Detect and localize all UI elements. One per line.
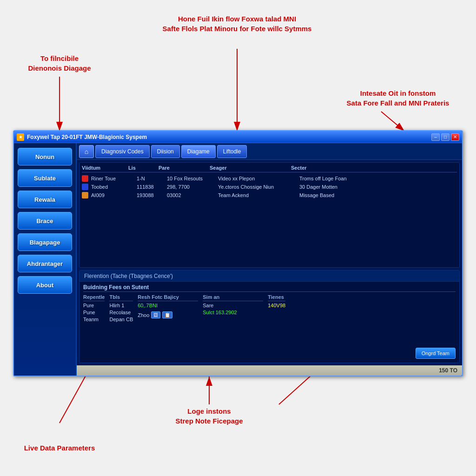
sidebar-btn-sublate[interactable]: Sublate (18, 169, 72, 187)
sidebar-btn-ahdrantager[interactable]: Ahdrantager (18, 255, 72, 272)
icon-image-1: 🖼 (151, 311, 160, 318)
table-header: Viidtum Lis Pare Seager Secter (82, 165, 457, 172)
table-row: Toobed 111838 298, 7700 Ye.ctoros Chossi… (82, 183, 457, 191)
cell-viidtum-1: Riner Toue (90, 176, 137, 181)
bottom-col-5: Tienes 140V98 (268, 294, 285, 322)
data-table-area: Viidtum Lis Pare Seager Secter Riner Tou… (79, 162, 460, 268)
bottom-col-2: Tbls Hlirh 1 Recolase Depan CB (109, 294, 133, 322)
title-bar: ★ Foxywel Tap 20-01FT JMW-Blagionic Sysp… (14, 131, 462, 143)
bottom-section: Flerention (Tache (Tbagnes Cence') Buidn… (79, 270, 460, 363)
cell-pare-1: 10 Fox Resouts (167, 176, 218, 181)
sidebar-btn-rewala[interactable]: Rewala (18, 191, 72, 208)
tab-diagame[interactable]: Diagame (181, 145, 216, 158)
cell-seager-1: Video xx Plepon (218, 176, 299, 181)
cell-teanm: Teanm (83, 317, 105, 322)
tab-diagnosiv-codes[interactable]: Diagnosiv Codes (95, 145, 150, 158)
col-header-resh: Resh Fotc Bajicy (138, 294, 198, 301)
cell-sare: Sare (203, 303, 263, 308)
bottom-grid: Repentle Pure Pune Teanm Tbls Hlirh 1 Re… (83, 294, 456, 322)
col-header-pare: Pare (159, 165, 210, 171)
table-row: AI009 193088 03002 Team Ackend Missage B… (82, 191, 457, 199)
col-header-tbls: Tbls (109, 294, 133, 301)
svg-line-3 (381, 112, 404, 131)
tab-liftodle[interactable]: Liftodle (217, 145, 247, 158)
cell-lis-1: 1-N (137, 176, 167, 181)
cell-sulct: Sulct 163.2902 (203, 310, 263, 315)
right-panel: ⌂ Diagnosiv Codes Diision Diagame Liftod… (77, 143, 462, 376)
zhoo-label: Zhoo (138, 312, 149, 318)
bottom-center-annotation: Loge instons Strep Note Ficepage (139, 406, 279, 426)
status-bar: 150 TO (77, 365, 462, 376)
cell-viidtum-2: Toobed (90, 184, 137, 190)
bottom-col-1: Repentle Pure Pune Teanm (83, 294, 105, 322)
row-icon-1 (82, 175, 88, 182)
sidebar-btn-nonun[interactable]: Nonun (18, 148, 72, 165)
app-window: ★ Foxywel Tap 20-01FT JMW-Blagionic Sysp… (13, 130, 463, 377)
home-button[interactable]: ⌂ (79, 145, 94, 158)
table-row: Riner Toue 1-N 10 Fox Resouts Video xx P… (82, 174, 457, 183)
window-controls: – □ ✕ (431, 133, 459, 141)
cell-hlirh: Hlirh 1 (109, 303, 133, 308)
sidebar-btn-blagapage[interactable]: Blagapage (18, 233, 72, 251)
col-header-siman: Sim an (203, 294, 263, 301)
ongrd-team-button[interactable]: Ongrd Team (416, 348, 456, 359)
cell-seager-2: Ye.ctoros Chossige Niun (218, 184, 299, 190)
col-header-seager: Seager (210, 165, 291, 171)
row-icon-2 (82, 184, 88, 190)
bottom-content: Buidning Fees on Sutent Repentle Pure Pu… (79, 282, 459, 324)
cell-tienes-value: 140V98 (268, 303, 285, 308)
cell-viidtum-3: AI009 (90, 192, 137, 198)
cell-seager-3: Team Ackend (218, 192, 299, 198)
minimize-button[interactable]: – (431, 133, 440, 141)
tab-diision[interactable]: Diision (151, 145, 180, 158)
tab-section-label: Flerention (Tache (Tbagnes Cence') (79, 271, 459, 282)
bottom-left-annotation: Live Data Parameters (13, 443, 106, 453)
top-center-annotation: Hone Fuil Ikin flow Foxwa talad MNI Saft… (149, 14, 325, 33)
col-header-repentle: Repentle (83, 294, 105, 301)
cell-pare-3: 03002 (167, 192, 218, 198)
close-button[interactable]: ✕ (451, 133, 459, 141)
window-title: Foxywel Tap 20-01FT JMW-Blagionic Syspem (27, 134, 147, 140)
cell-lis-2: 111838 (137, 184, 167, 190)
cell-lis-3: 193088 (137, 192, 167, 198)
col-header-lis: Lis (128, 165, 159, 171)
cell-secter-1: Troms off Loge Foan (299, 176, 392, 181)
status-text: 150 TO (439, 367, 457, 374)
bottom-title: Buidning Fees on Sutent (83, 284, 456, 292)
bottom-col-3: Resh Fotc Bajicy 60,.7BNI Zhoo 🖼 📋 (138, 294, 198, 322)
cell-pare-2: 298, 7700 (167, 184, 218, 190)
cell-secter-3: Missage Based (299, 192, 392, 198)
app-icon: ★ (17, 133, 24, 141)
cell-recolase: Recolase (109, 310, 133, 315)
cell-depan: Depan CB (109, 317, 133, 322)
cell-resh-value: 60,.7BNI (138, 303, 198, 308)
sidebar: Nonun Sublate Rewala Brace Blagapage Ahd… (14, 143, 77, 376)
cell-secter-2: 30 Dager Motten (299, 184, 392, 190)
icon-image-2: 📋 (162, 311, 172, 318)
top-right-annotation: Intesate Oit in fonstom Sata Fore Fall a… (333, 88, 463, 108)
bottom-col-4: Sim an Sare Sulct 163.2902 (203, 294, 263, 322)
cell-pure: Pure (83, 303, 105, 308)
sidebar-btn-about[interactable]: About (18, 276, 72, 294)
col-header-viidtum: Viidtum (82, 165, 128, 171)
sidebar-btn-brace[interactable]: Brace (18, 212, 72, 230)
maximize-button[interactable]: □ (441, 133, 450, 141)
cell-pune: Pune (83, 310, 105, 315)
col-header-secter: Secter (291, 165, 384, 171)
tab-bar: ⌂ Diagnosiv Codes Diision Diagame Liftod… (77, 143, 462, 160)
top-left-annotation: To filncibile Dienonois Diagage (13, 53, 106, 73)
col-header-tienes: Tienes (268, 294, 285, 301)
row-icon-3 (82, 192, 88, 198)
